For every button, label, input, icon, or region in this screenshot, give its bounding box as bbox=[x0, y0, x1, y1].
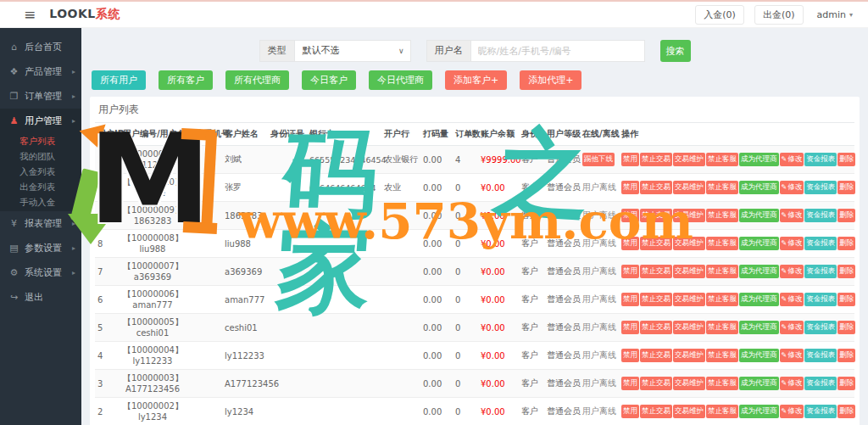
sidebar-item-params[interactable]: ▤参数设置▸ bbox=[0, 236, 81, 260]
edit-button[interactable]: ✎修改 bbox=[780, 209, 804, 222]
edit-button[interactable]: ✎修改 bbox=[780, 293, 804, 306]
disable-button[interactable]: 禁用 bbox=[621, 237, 639, 250]
delete-button[interactable]: 删除 bbox=[837, 377, 855, 390]
disable-button[interactable]: 禁用 bbox=[621, 153, 639, 166]
delete-button[interactable]: 删除 bbox=[837, 209, 855, 222]
delete-button[interactable]: 删除 bbox=[837, 321, 855, 334]
forbid-service-button[interactable]: 禁止客服 bbox=[706, 321, 738, 334]
sidebar-sub-customer-list[interactable]: 客户列表 bbox=[0, 133, 81, 148]
disable-button[interactable]: 禁用 bbox=[621, 293, 639, 306]
forbid-service-button[interactable]: 禁止客服 bbox=[706, 293, 738, 306]
fund-report-button[interactable]: 资金报表 bbox=[804, 153, 837, 166]
sidebar-item-orders[interactable]: ❐订单管理▸ bbox=[0, 84, 81, 109]
today-agents-button[interactable]: 今日代理商 bbox=[369, 70, 432, 90]
forbid-service-button[interactable]: 禁止客服 bbox=[706, 181, 738, 194]
disable-button[interactable]: 禁用 bbox=[621, 181, 639, 194]
edit-button[interactable]: ✎修改 bbox=[780, 405, 804, 418]
fund-report-button[interactable]: 资金报表 bbox=[804, 181, 837, 194]
all-users-button[interactable]: 所有用户 bbox=[92, 70, 146, 90]
trade-maintain-button[interactable]: 交易维护 bbox=[673, 265, 705, 278]
sidebar-item-system[interactable]: ⚙系统设置▸ bbox=[0, 260, 81, 285]
forbid-service-button[interactable]: 禁止客服 bbox=[706, 209, 738, 222]
make-agent-button[interactable]: 成为代理商 bbox=[739, 265, 779, 278]
forbid-trade-button[interactable]: 禁止交易 bbox=[640, 209, 672, 222]
make-agent-button[interactable]: 成为代理商 bbox=[739, 321, 779, 334]
fund-report-button[interactable]: 资金报表 bbox=[804, 237, 837, 250]
app-logo[interactable]: LOOKL系统 bbox=[49, 7, 120, 22]
forbid-trade-button[interactable]: 禁止交易 bbox=[640, 265, 672, 278]
trade-maintain-button[interactable]: 交易维护 bbox=[673, 181, 705, 194]
kick-offline-button[interactable]: 踢他下线 bbox=[582, 153, 615, 166]
edit-button[interactable]: ✎修改 bbox=[780, 265, 804, 278]
trade-maintain-button[interactable]: 交易维护 bbox=[673, 377, 705, 390]
trade-maintain-button[interactable]: 交易维护 bbox=[673, 405, 705, 418]
delete-button[interactable]: 删除 bbox=[837, 293, 855, 306]
delete-button[interactable]: 删除 bbox=[837, 237, 855, 250]
user-menu[interactable]: admin▾ bbox=[814, 7, 856, 23]
forbid-trade-button[interactable]: 禁止交易 bbox=[640, 405, 672, 418]
all-agents-button[interactable]: 所有代理商 bbox=[225, 70, 289, 90]
make-agent-button[interactable]: 成为代理商 bbox=[739, 181, 779, 194]
sidebar-sub-withdraw-list[interactable]: 出金列表 bbox=[0, 179, 81, 194]
forbid-service-button[interactable]: 禁止客服 bbox=[706, 405, 738, 418]
disable-button[interactable]: 禁用 bbox=[621, 321, 639, 334]
forbid-trade-button[interactable]: 禁止交易 bbox=[640, 237, 672, 250]
fund-report-button[interactable]: 资金报表 bbox=[804, 321, 837, 334]
disable-button[interactable]: 禁用 bbox=[621, 405, 639, 418]
delete-button[interactable]: 删除 bbox=[837, 181, 855, 194]
disable-button[interactable]: 禁用 bbox=[621, 349, 639, 362]
trade-maintain-button[interactable]: 交易维护 bbox=[673, 237, 705, 250]
make-agent-button[interactable]: 成为代理商 bbox=[739, 153, 779, 166]
make-agent-button[interactable]: 成为代理商 bbox=[739, 349, 779, 362]
forbid-trade-button[interactable]: 禁止交易 bbox=[640, 349, 672, 362]
search-button[interactable]: 搜索 bbox=[660, 40, 691, 62]
sidebar-item-users[interactable]: ♟用户管理▸ bbox=[0, 109, 81, 133]
forbid-trade-button[interactable]: 禁止交易 bbox=[640, 293, 672, 306]
disable-button[interactable]: 禁用 bbox=[621, 377, 639, 390]
fund-report-button[interactable]: 资金报表 bbox=[804, 209, 837, 222]
trade-maintain-button[interactable]: 交易维护 bbox=[673, 293, 705, 306]
delete-button[interactable]: 删除 bbox=[837, 153, 855, 166]
add-customer-button[interactable]: 添加客户+ bbox=[445, 70, 507, 90]
edit-button[interactable]: ✎修改 bbox=[780, 349, 804, 362]
today-customers-button[interactable]: 今日客户 bbox=[302, 70, 356, 90]
sidebar-item-products[interactable]: ❖产品管理▸ bbox=[0, 59, 81, 84]
edit-button[interactable]: ✎修改 bbox=[780, 377, 804, 390]
delete-button[interactable]: 删除 bbox=[837, 265, 855, 278]
forbid-service-button[interactable]: 禁止客服 bbox=[706, 265, 738, 278]
withdraw-button[interactable]: 出金(0) bbox=[754, 5, 804, 25]
edit-button[interactable]: ✎修改 bbox=[780, 237, 804, 250]
make-agent-button[interactable]: 成为代理商 bbox=[739, 293, 779, 306]
forbid-service-button[interactable]: 禁止客服 bbox=[706, 153, 738, 166]
fund-report-button[interactable]: 资金报表 bbox=[804, 349, 837, 362]
add-agent-button[interactable]: 添加代理+ bbox=[520, 70, 581, 90]
forbid-trade-button[interactable]: 禁止交易 bbox=[640, 321, 672, 334]
disable-button[interactable]: 禁用 bbox=[621, 265, 639, 278]
forbid-service-button[interactable]: 禁止客服 bbox=[706, 377, 738, 390]
forbid-trade-button[interactable]: 禁止交易 bbox=[640, 377, 672, 390]
make-agent-button[interactable]: 成为代理商 bbox=[739, 209, 779, 222]
make-agent-button[interactable]: 成为代理商 bbox=[739, 405, 779, 418]
deposit-button[interactable]: 入金(0) bbox=[695, 5, 744, 25]
trade-maintain-button[interactable]: 交易维护 bbox=[673, 153, 705, 166]
edit-button[interactable]: ✎修改 bbox=[780, 321, 804, 334]
sidebar-item-reports[interactable]: ¥报表管理▸ bbox=[0, 211, 81, 236]
menu-toggle-icon[interactable]: ≡ bbox=[24, 8, 36, 22]
fund-report-button[interactable]: 资金报表 bbox=[804, 377, 837, 390]
type-filter-select[interactable]: 默认不选∨ bbox=[294, 40, 411, 62]
trade-maintain-button[interactable]: 交易维护 bbox=[673, 209, 705, 222]
forbid-trade-button[interactable]: 禁止交易 bbox=[640, 181, 672, 194]
sidebar-item-dashboard[interactable]: ⌂后台首页 bbox=[0, 35, 81, 59]
forbid-trade-button[interactable]: 禁止交易 bbox=[640, 153, 672, 166]
make-agent-button[interactable]: 成为代理商 bbox=[739, 237, 779, 250]
sidebar-sub-deposit-list[interactable]: 入金列表 bbox=[0, 164, 81, 179]
trade-maintain-button[interactable]: 交易维护 bbox=[673, 321, 705, 334]
trade-maintain-button[interactable]: 交易维护 bbox=[673, 349, 705, 362]
fund-report-button[interactable]: 资金报表 bbox=[804, 265, 837, 278]
fund-report-button[interactable]: 资金报表 bbox=[804, 293, 837, 306]
fund-report-button[interactable]: 资金报表 bbox=[804, 405, 837, 418]
disable-button[interactable]: 禁用 bbox=[621, 209, 639, 222]
edit-button[interactable]: ✎修改 bbox=[780, 153, 804, 166]
delete-button[interactable]: 删除 bbox=[837, 349, 855, 362]
sidebar-sub-manual-deposit[interactable]: 手动入金 bbox=[0, 194, 81, 210]
